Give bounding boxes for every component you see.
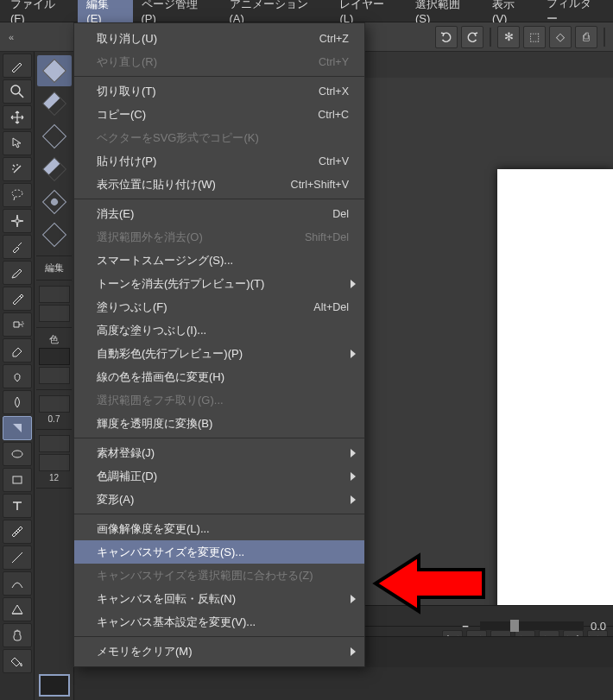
menu-item-lum-to-alpha[interactable]: 輝度を透明度に変換(B)	[74, 412, 364, 435]
print-icon[interactable]: ⎙	[575, 26, 597, 48]
sub-tool-panel: 編集 色 0.7 12	[35, 52, 74, 700]
tool-perspective[interactable]	[3, 597, 32, 621]
tool-zoom[interactable]	[3, 79, 32, 104]
tool-eraser[interactable]	[3, 338, 32, 363]
tool-airbrush[interactable]	[3, 312, 32, 337]
tool-text[interactable]	[3, 494, 32, 518]
menu-item-auto-color[interactable]: 自動彩色(先行プレビュー)(P)	[74, 342, 364, 365]
svg-point-5	[22, 325, 22, 326]
panel-slot[interactable]	[39, 454, 70, 471]
subtool-item[interactable]	[37, 121, 72, 152]
menu-divider	[74, 199, 364, 199]
tool-bucket[interactable]	[3, 649, 32, 673]
tool-pen[interactable]	[3, 54, 32, 78]
chevron-right-icon	[351, 472, 356, 481]
edit-dropdown-menu[interactable]: 取り消し(U)Ctrl+Z やり直し(R)Ctrl+Y 切り取り(T)Ctrl+…	[73, 22, 365, 667]
tool-eyedropper[interactable]	[3, 235, 32, 259]
tool-lasso[interactable]	[3, 183, 32, 207]
panel-label-color: 色	[49, 333, 59, 346]
collapse-chevron[interactable]: «	[5, 30, 17, 44]
tool-gradient[interactable]	[3, 416, 32, 440]
tool-curve[interactable]	[3, 571, 32, 596]
panel-divider	[36, 429, 72, 430]
menu-divider	[74, 514, 364, 514]
panel-divider	[36, 280, 72, 281]
menu-item-change-res[interactable]: 画像解像度を変更(L)...	[74, 517, 364, 540]
menu-item-undo[interactable]: 取り消し(U)Ctrl+Z	[74, 27, 364, 50]
menu-item-transform[interactable]: 変形(A)	[74, 488, 364, 511]
menu-item-clear[interactable]: 消去(E)Del	[74, 202, 364, 225]
menu-item-fill[interactable]: 塗りつぶし(F)Alt+Del	[74, 295, 364, 318]
panel-value: 12	[49, 473, 59, 482]
loading-icon[interactable]: ✻	[497, 26, 520, 48]
tool-hand[interactable]	[3, 623, 32, 647]
tool-pencil[interactable]	[3, 287, 32, 311]
tool-wand[interactable]	[3, 157, 32, 181]
chevron-right-icon	[351, 280, 356, 288]
tool-smudge[interactable]	[3, 364, 32, 388]
tool-ruler[interactable]	[3, 520, 32, 544]
menu-divider	[74, 438, 364, 438]
color-swatch[interactable]	[39, 674, 70, 697]
menu-item-change-canvas-size[interactable]: キャンバスサイズを変更(S)...	[74, 540, 364, 564]
vertical-toolbox	[0, 52, 35, 700]
menu-item-outline-sel[interactable]: 選択範囲をフチ取り(G)...	[74, 388, 364, 412]
panel-slot[interactable]	[39, 348, 70, 365]
subtool-item[interactable]	[37, 154, 72, 185]
menu-item-rotate-canvas[interactable]: キャンバスを回転・反転(N)	[74, 587, 364, 610]
chevron-right-icon	[351, 495, 356, 504]
svg-line-1	[19, 93, 23, 98]
menu-divider	[74, 636, 364, 637]
menu-bar[interactable]: ファイル(F) 編集(E) ページ管理(P) アニメーション(A) レイヤー(L…	[0, 0, 613, 22]
tool-move[interactable]	[3, 105, 32, 129]
menu-item-line-to-draw[interactable]: 線の色を描画色に変更(H)	[74, 365, 364, 388]
menu-item-paste[interactable]: 貼り付け(P)Ctrl+V	[74, 149, 364, 173]
subtool-item[interactable]	[37, 219, 72, 250]
toolbar-separator	[604, 28, 605, 47]
menu-item-adv-fill[interactable]: 高度な塗りつぶし(I)...	[74, 318, 364, 342]
svg-rect-8	[13, 476, 22, 483]
menu-item-cut[interactable]: 切り取り(T)Ctrl+X	[74, 79, 364, 103]
shape-icon[interactable]: ⬚	[523, 26, 546, 48]
tool-selection[interactable]	[3, 131, 32, 155]
tool-line[interactable]	[3, 545, 32, 570]
menu-item-copy-svg[interactable]: ベクターをSVG形式でコピー(K)	[74, 126, 364, 149]
diamond-icon[interactable]: ◇	[549, 26, 572, 48]
panel-value: 0.7	[48, 414, 60, 424]
menu-item-clear-outside[interactable]: 選択範囲外を消去(O)Shift+Del	[74, 225, 364, 249]
panel-slot[interactable]	[39, 305, 70, 322]
subtool-item[interactable]	[37, 186, 72, 218]
tool-brush[interactable]	[3, 261, 32, 285]
subtool-item[interactable]	[37, 55, 72, 86]
redo-button[interactable]	[461, 26, 483, 48]
panel-divider	[36, 327, 72, 328]
menu-item-smart-smoothing[interactable]: スマートスムージング(S)...	[74, 249, 364, 272]
panel-slot[interactable]	[39, 286, 70, 303]
menu-item-clear-mem[interactable]: メモリをクリア(M)	[74, 640, 364, 663]
panel-slot[interactable]	[39, 367, 70, 384]
tool-rect[interactable]	[3, 468, 32, 492]
tool-ellipse[interactable]	[3, 442, 32, 466]
menu-item-tonal-correct[interactable]: 色調補正(D)	[74, 464, 364, 488]
panel-slot[interactable]	[39, 395, 70, 413]
zoom-slider[interactable]	[480, 621, 584, 630]
panel-divider	[36, 255, 72, 256]
menu-item-canvas-basic[interactable]: キャンバス基本設定を変更(V)...	[74, 610, 364, 634]
menu-item-redo[interactable]: やり直し(R)Ctrl+Y	[74, 50, 364, 73]
svg-point-2	[12, 190, 22, 197]
undo-button[interactable]	[435, 26, 458, 48]
menu-item-canvas-to-sel[interactable]: キャンバスサイズを選択範囲に合わせる(Z)	[74, 564, 364, 587]
panel-slot[interactable]	[39, 435, 70, 452]
menu-item-paste-in-place[interactable]: 表示位置に貼り付け(W)Ctrl+Shift+V	[74, 173, 364, 196]
tool-blur[interactable]	[3, 390, 32, 414]
panel-label-edit: 編集	[45, 262, 64, 274]
menu-item-copy[interactable]: コピー(C)Ctrl+C	[74, 103, 364, 126]
annotation-arrow	[371, 549, 492, 621]
subtool-item[interactable]	[37, 88, 72, 119]
chevron-right-icon	[351, 449, 356, 457]
canvas-page[interactable]	[497, 169, 613, 621]
tool-sparkle[interactable]	[3, 209, 32, 233]
menu-item-register-mat[interactable]: 素材登録(J)	[74, 441, 364, 464]
menu-item-erase-tone[interactable]: トーンを消去(先行プレビュー)(T)	[74, 272, 364, 295]
minus-icon[interactable]: −	[458, 620, 473, 633]
